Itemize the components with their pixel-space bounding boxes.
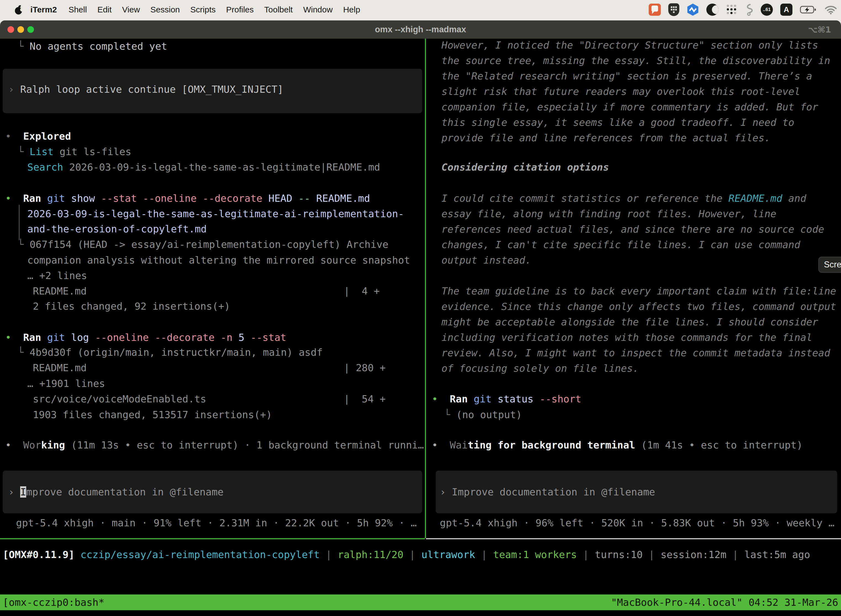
terminal-line: the source tree, missing the essay. Stil… (441, 55, 830, 67)
terminal-line: essay file, along with finding root file… (441, 208, 777, 220)
screen-overlay-button[interactable]: Scre (818, 257, 841, 273)
terminal-line: changes, I can't cite specific file line… (441, 239, 800, 251)
tree-guide-line (19, 205, 20, 240)
window-title: omx --xhigh --madmax (0, 21, 841, 39)
terminal-line: However, I noticed the "Directory Struct… (441, 39, 818, 51)
terminal-line: this single essay, it seems like a good … (441, 116, 794, 129)
chat-bubble-icon[interactable] (649, 4, 661, 16)
terminal-line: • Explored (5, 130, 71, 142)
menu-item-toolbelt[interactable]: Toolbelt (264, 5, 293, 14)
crescent-icon[interactable] (706, 4, 718, 16)
terminal-line: the "Related research writing" section i… (441, 70, 812, 82)
terminal-line: README.md | 280 + (33, 362, 386, 374)
apple-icon (14, 4, 23, 15)
right-pane-bottom-border (426, 538, 841, 539)
terminal-line: companion analysis without altering the … (27, 254, 410, 266)
terminal-line: The team guideline is to back every impo… (441, 285, 836, 297)
terminal-line: └ List git ls-files (18, 146, 131, 158)
terminal-line: README.md | 4 + (33, 285, 379, 297)
pane-divider (425, 39, 426, 538)
menu-item-shell[interactable]: Shell (69, 5, 87, 14)
wifi-icon[interactable] (825, 5, 837, 14)
terminal-line: • Ran git log --oneline --decorate -n 5 … (5, 331, 286, 343)
window-title-bar: omx --xhigh --madmax ⌥⌘1 (0, 21, 841, 39)
terminal-line: • Ran git status --short (432, 393, 582, 405)
terminal-line: companion file, especially if more comme… (441, 101, 818, 113)
terminal-line: › Improve documentation in @filename (8, 486, 224, 498)
menu-item-session[interactable]: Session (150, 5, 180, 14)
percent-badge-icon[interactable]: ..61 (761, 4, 773, 16)
menu-bar: iTerm2 ShellEditViewSessionScriptsProfil… (0, 0, 841, 19)
terminal-line: Search 2026-03-09-is-legal-the-same-as-l… (27, 161, 380, 173)
terminal-line: … +2 lines (27, 270, 87, 282)
menu-item-help[interactable]: Help (343, 5, 360, 14)
terminal-line: └ 067f154 (HEAD -> essay/ai-reimplementa… (18, 238, 388, 251)
terminal-line: [OMX#0.11.9] cczip/essay/ai-reimplementa… (3, 549, 810, 561)
terminal-line: output instead. (441, 254, 531, 266)
terminal-line: src/voice/voiceModeEnabled.ts | 54 + (33, 393, 386, 405)
terminal-line: Considering citation options (441, 161, 609, 173)
terminal-line: › Ralph loop active continue [OMX_TMUX_I… (8, 84, 283, 95)
terminal-line: gpt-5.4 xhigh · 96% left · 520K in · 5.8… (440, 517, 834, 529)
terminal-line: gpt-5.4 xhigh · main · 91% left · 2.31M … (16, 517, 417, 529)
terminal-line: … +1901 lines (27, 378, 105, 390)
terminal-line: and-the-erosion-of-copyleft.md (27, 223, 207, 235)
apple-menu[interactable] (14, 4, 23, 15)
dots-grid-icon[interactable] (726, 4, 737, 15)
terminal-line: provide file and line references from th… (441, 132, 771, 144)
menu-item-scripts[interactable]: Scripts (190, 5, 216, 14)
menu-item-profiles[interactable]: Profiles (226, 5, 253, 14)
terminal-line: "MacBook-Pro-44.local" 04:52 31-Mar-26 (611, 594, 838, 610)
terminal-line: review. Also, I might want to inspect th… (441, 347, 830, 359)
menu-item-view[interactable]: View (122, 5, 140, 14)
terminal-line: › Improve documentation in @filename (440, 486, 655, 498)
terminal-line: including verification notes with those … (441, 331, 812, 343)
menu-status-icons: ..61 A (649, 0, 837, 19)
terminal-line: [omx-cczip0:bash* (3, 594, 104, 610)
window-shortcut-badge: ⌥⌘1 (808, 21, 831, 39)
terminal-line: • Waiting for background terminal (1m 41… (432, 439, 803, 451)
terminal-line: • Ran git show --stat --oneline --decora… (5, 192, 370, 204)
menu-items: ShellEditViewSessionScriptsProfilesToolb… (69, 5, 371, 14)
shield-grid-icon[interactable] (668, 3, 679, 16)
battery-icon[interactable] (800, 6, 817, 14)
terminal-line: 2 files changed, 92 insertions(+) (33, 300, 230, 312)
terminal-line: └ 4b9d30f (origin/main, instructkr/main,… (18, 346, 322, 358)
terminal-line: 1903 files changed, 513517 insertions(+) (33, 409, 272, 421)
menu-item-window[interactable]: Window (303, 5, 333, 14)
terminal-line: might be acceptable alongside the file l… (441, 316, 818, 328)
a-badge-icon[interactable]: A (780, 4, 793, 16)
terminal-line: references need actual files, and since … (441, 223, 824, 235)
terminal-line: slight risk that future readers may over… (441, 85, 800, 98)
terminal-line: 2026-03-09-is-legal-the-same-as-legitima… (27, 208, 404, 220)
hex-bolt-icon[interactable] (687, 4, 699, 16)
squiggle-icon[interactable] (744, 3, 753, 16)
terminal-line: └ (no output) (444, 409, 522, 421)
terminal-line: of focusing solely on file lines. (441, 362, 639, 374)
terminal-line: I could cite commit statistics or refere… (441, 192, 806, 204)
terminal-line: evidence. Since this change only affects… (441, 301, 836, 313)
terminal-line: • Working (11m 13s • esc to interrupt) ·… (5, 439, 424, 451)
screen: iTerm2 ShellEditViewSessionScriptsProfil… (0, 0, 841, 616)
terminal-line: └ No agents completed yet (18, 40, 167, 53)
menu-app-name[interactable]: iTerm2 (30, 5, 57, 14)
menu-item-edit[interactable]: Edit (97, 5, 112, 14)
left-pane-bottom-border (0, 538, 425, 539)
